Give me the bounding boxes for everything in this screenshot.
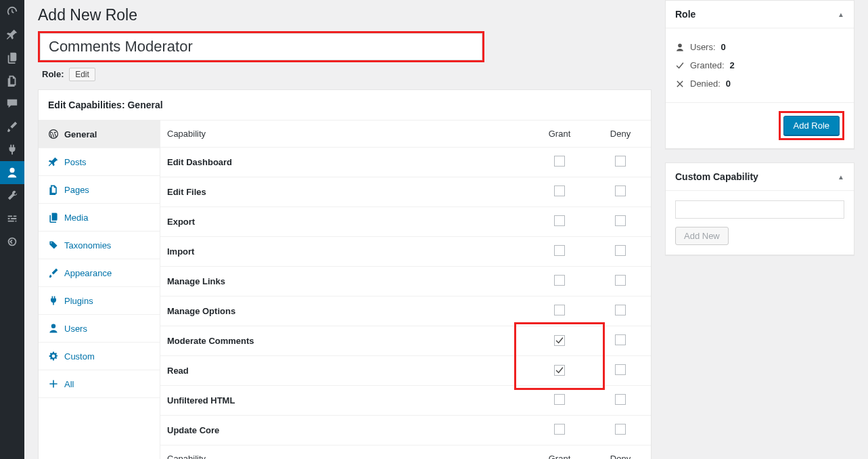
capability-row: Unfiltered HTML [160,386,651,416]
col-grant: Grant [529,121,590,148]
edit-role-slug-button[interactable]: Edit [69,68,95,81]
role-widget-toggle[interactable]: ▲ [838,11,844,18]
cap-tab-label: Users [64,324,87,334]
deny-checkbox[interactable] [615,364,626,375]
capabilities-panel-header: Edit Capabilities: General [39,90,651,121]
admin-menu-media[interactable] [0,46,24,69]
cap-tab-users[interactable]: Users [39,315,160,343]
pin-icon [6,28,18,41]
admin-menu-tools[interactable] [0,184,24,207]
media-icon [6,51,18,64]
admin-menu-dashboard[interactable] [0,0,24,23]
cap-tab-label: Custom [64,351,95,362]
capability-row: Manage Options [160,297,651,326]
capability-name: Manage Links [160,267,529,297]
cap-tab-plugins[interactable]: Plugins [39,287,160,315]
user-icon [48,323,59,334]
brush-icon [48,267,59,278]
deny-checkbox[interactable] [615,334,626,345]
cap-tab-taxonomies[interactable]: Taxonomies [39,232,160,259]
cap-tab-appearance[interactable]: Appearance [39,259,160,287]
deny-checkbox[interactable] [615,394,626,405]
cap-tab-label: Taxonomies [64,240,111,250]
stat-granted: Granted: 2 [675,56,844,74]
admin-menu-users[interactable] [0,161,24,184]
capabilities-table: Capability Grant Deny Edit DashboardEdit… [160,121,651,459]
add-role-button[interactable]: Add Role [783,116,840,135]
grant-checkbox[interactable] [554,185,565,196]
check-icon [675,61,685,70]
cap-tab-pages[interactable]: Pages [39,176,160,204]
cap-tab-label: Media [64,213,88,223]
cap-tab-media[interactable]: Media [39,204,160,232]
deny-checkbox[interactable] [615,185,626,196]
grant-checkbox[interactable] [554,156,565,167]
capability-row: Manage Links [160,267,651,297]
role-name-input[interactable] [40,33,482,60]
brush-icon [6,121,18,133]
add-new-capability-button[interactable]: Add New [675,227,729,245]
plug-icon [6,144,18,156]
capability-name: Import [160,237,529,267]
capability-name: Edit Files [160,177,529,207]
comment-icon [6,97,18,110]
cap-tab-general[interactable]: General [39,121,160,148]
circle-icon [6,236,18,248]
stat-denied: Denied: 0 [675,74,844,93]
cap-tab-label: Pages [64,185,89,195]
gear-icon [48,351,59,362]
deny-checkbox[interactable] [615,156,626,167]
capability-row: Edit Dashboard [160,148,651,177]
capability-name: Manage Options [160,297,529,326]
grant-checkbox[interactable] [554,424,565,435]
grant-checkbox[interactable] [554,335,565,346]
deny-checkbox[interactable] [615,275,626,286]
tag-icon [48,240,59,250]
plus-icon [48,378,59,389]
cap-tab-posts[interactable]: Posts [39,148,160,176]
cap-tab-label: Appearance [64,268,112,278]
deny-checkbox[interactable] [615,424,626,435]
cap-tab-label: Plugins [64,296,93,306]
cap-tab-custom[interactable]: Custom [39,343,160,370]
capability-row: Moderate Comments [160,326,651,356]
cap-tab-all[interactable]: All [39,370,160,398]
admin-menu-posts[interactable] [0,23,24,46]
capability-name: Unfiltered HTML [160,386,529,416]
col-grant-footer: Grant [529,445,590,460]
admin-menu-settings[interactable] [0,207,24,230]
capability-name: Update Core [160,416,529,445]
admin-menu-plugins[interactable] [0,138,24,161]
grant-checkbox[interactable] [554,275,565,286]
deny-checkbox[interactable] [615,245,626,256]
gauge-icon [6,5,18,18]
admin-menu-pages[interactable] [0,69,24,92]
grant-checkbox[interactable] [554,305,565,315]
custom-capability-input[interactable] [675,200,844,219]
custom-cap-title: Custom Capability [675,171,758,182]
col-capability: Capability [160,121,529,148]
cap-tab-label: General [64,129,97,139]
admin-menu-comments[interactable] [0,92,24,115]
x-icon [675,79,685,89]
capability-name: Edit Dashboard [160,148,529,177]
wordpress-icon [48,129,59,139]
pages-icon [48,184,59,195]
grant-checkbox[interactable] [554,394,565,405]
custom-cap-toggle[interactable]: ▲ [838,173,844,181]
admin-menu-collapse[interactable] [0,230,24,253]
capability-row: Edit Files [160,177,651,207]
grant-checkbox[interactable] [554,245,565,256]
cap-tab-label: Posts [64,157,87,167]
capability-name: Moderate Comments [160,326,529,356]
grant-checkbox[interactable] [554,365,565,376]
deny-checkbox[interactable] [615,215,626,226]
pin-icon [48,156,59,167]
grant-checkbox[interactable] [554,215,565,226]
admin-menu-appearance[interactable] [0,115,24,138]
capability-row: Update Core [160,416,651,445]
deny-checkbox[interactable] [615,305,626,315]
capability-row: Read [160,356,651,386]
pages-icon [6,74,18,87]
capabilities-sidebar: GeneralPostsPagesMediaTaxonomiesAppearan… [39,121,160,459]
